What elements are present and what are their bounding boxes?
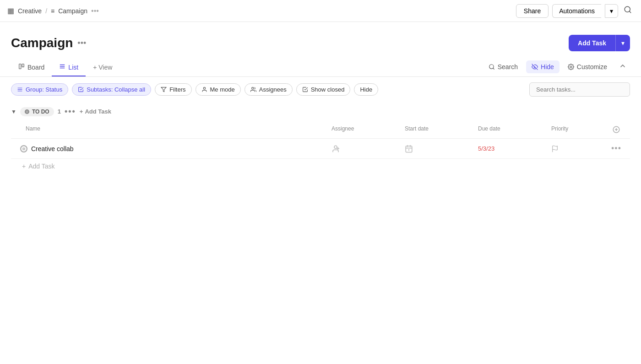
- show-closed-chip[interactable]: Show closed: [296, 83, 351, 96]
- show-closed-label: Show closed: [311, 86, 345, 93]
- hide-button[interactable]: Hide: [526, 60, 560, 73]
- add-task-inline-icon: +: [22, 163, 26, 170]
- task-more-cell[interactable]: •••: [603, 140, 630, 157]
- task-due-date-cell[interactable]: 5/3/23: [474, 141, 548, 156]
- assignees-label: Assignees: [259, 86, 287, 93]
- task-more-icon[interactable]: •••: [611, 144, 621, 153]
- column-headers: Name Assignee Start date Due date Priori…: [11, 121, 630, 139]
- task-status-circle[interactable]: [20, 145, 27, 152]
- page-title: Campaign: [11, 36, 73, 50]
- breadcrumb: ▦ Creative / ≡ Campaign •••: [7, 6, 99, 15]
- svg-point-10: [570, 66, 572, 68]
- col-assignee: Assignee: [328, 124, 401, 136]
- filters-label: Filters: [169, 86, 185, 93]
- group-status-chip[interactable]: Group: Status: [11, 83, 68, 96]
- board-icon: [18, 63, 25, 71]
- add-task-inline-label: Add Task: [28, 163, 54, 170]
- breadcrumb-separator: /: [45, 7, 47, 15]
- page-header-right: Add Task ▾: [569, 35, 630, 51]
- group-add-icon: +: [80, 108, 83, 115]
- group-more-icon[interactable]: •••: [65, 107, 76, 116]
- col-name: Name: [11, 124, 328, 136]
- filters-chip[interactable]: Filters: [155, 83, 191, 96]
- svg-line-1: [629, 11, 630, 12]
- group-toggle[interactable]: ▼: [11, 109, 16, 115]
- group-status-badge[interactable]: TO DO: [20, 107, 54, 116]
- task-name-cell: Creative collab: [11, 141, 328, 156]
- assignees-chip[interactable]: Assignees: [244, 83, 293, 96]
- task-priority-cell[interactable]: [548, 141, 603, 156]
- hide-filter-label: Hide: [360, 86, 372, 93]
- hide-chip[interactable]: Hide: [354, 83, 378, 96]
- filters-bar: Group: Status Subtasks: Collapse all Fil…: [0, 77, 641, 102]
- subtasks-chip[interactable]: Subtasks: Collapse all: [72, 83, 151, 96]
- group-header-todo: ▼ TO DO 1 ••• + Add Task: [11, 102, 630, 121]
- tab-add-view[interactable]: + View: [86, 59, 120, 76]
- list-tab-label: List: [68, 64, 78, 71]
- subtasks-label: Subtasks: Collapse all: [87, 86, 145, 93]
- search-label: Search: [498, 63, 518, 71]
- customize-button[interactable]: Customize: [563, 60, 612, 73]
- svg-point-18: [334, 146, 337, 148]
- list-tab-icon: [59, 63, 65, 71]
- status-dot: [25, 109, 29, 114]
- tab-board[interactable]: Board: [11, 59, 52, 76]
- svg-point-12: [203, 87, 205, 89]
- svg-point-17: [23, 147, 25, 149]
- page-header: Campaign ••• Add Task ▾: [0, 22, 641, 59]
- automations-button[interactable]: Automations: [552, 4, 601, 18]
- top-bar: ▦ Creative / ≡ Campaign ••• Share Automa…: [0, 0, 641, 22]
- task-due-date: 5/3/23: [478, 145, 494, 152]
- search-button[interactable]: Search: [484, 60, 522, 73]
- add-task-inline[interactable]: + Add Task: [11, 159, 630, 174]
- group-add-label: Add Task: [85, 108, 111, 115]
- svg-line-8: [493, 68, 494, 69]
- share-button[interactable]: Share: [516, 4, 549, 18]
- view-tabs-right: Search Hide Customize: [484, 60, 630, 75]
- filters-bar-right: [529, 82, 630, 97]
- list-icon: ≡: [51, 7, 54, 15]
- table-row: Creative collab 5/3/23 •••: [11, 139, 630, 159]
- tab-list[interactable]: List: [52, 59, 86, 76]
- search-input[interactable]: [529, 82, 630, 97]
- topbar-right: Share Automations ▾: [516, 4, 634, 18]
- add-task-button[interactable]: Add Task: [569, 35, 615, 51]
- project-name[interactable]: Creative: [18, 7, 42, 15]
- task-name[interactable]: Creative collab: [31, 145, 74, 152]
- group-status-label: TO DO: [32, 109, 49, 115]
- page-header-left: Campaign •••: [11, 36, 86, 50]
- project-icon: ▦: [7, 6, 14, 15]
- board-tab-label: Board: [27, 64, 44, 71]
- topbar-search-button[interactable]: [622, 4, 634, 18]
- me-mode-chip[interactable]: Me mode: [196, 83, 241, 96]
- collapse-button[interactable]: [615, 60, 630, 73]
- topbar-more-icon[interactable]: •••: [91, 7, 99, 15]
- col-due-date: Due date: [474, 124, 548, 136]
- task-start-date-cell[interactable]: [401, 141, 474, 157]
- campaign-breadcrumb[interactable]: Campaign: [58, 7, 87, 15]
- svg-rect-2: [19, 64, 21, 69]
- col-add[interactable]: [603, 124, 630, 136]
- group-count: 1: [58, 108, 61, 115]
- view-tabs: Board List + View Search Hide: [0, 59, 641, 77]
- task-assignee-cell[interactable]: [328, 141, 401, 157]
- task-table: ▼ TO DO 1 ••• + Add Task Name Assignee S…: [0, 102, 641, 174]
- group-status-label: Group: Status: [26, 86, 62, 93]
- svg-marker-11: [161, 87, 166, 92]
- me-mode-label: Me mode: [210, 86, 235, 93]
- col-start-date: Start date: [401, 124, 474, 136]
- customize-label: Customize: [577, 63, 607, 71]
- col-priority: Priority: [548, 124, 603, 136]
- svg-rect-3: [22, 64, 24, 67]
- group-add-task[interactable]: + Add Task: [80, 108, 111, 115]
- add-task-caret[interactable]: ▾: [615, 35, 630, 51]
- automations-caret[interactable]: ▾: [605, 4, 618, 18]
- svg-point-13: [251, 87, 253, 89]
- add-view-label: + View: [93, 64, 112, 71]
- page-title-more[interactable]: •••: [77, 38, 86, 48]
- hide-label: Hide: [541, 63, 554, 71]
